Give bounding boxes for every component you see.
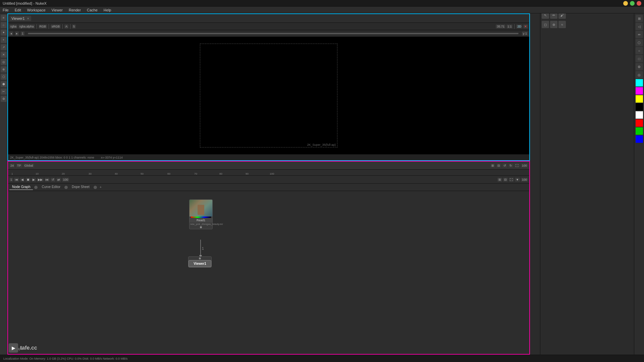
swatch-cyan[interactable] — [636, 79, 643, 86]
prop-clone-icon[interactable]: ⊚ — [550, 21, 557, 28]
title-bar: Untitled [modified] - NukeX — [0, 0, 644, 7]
tl-icon4[interactable]: ↻ — [508, 164, 513, 168]
read1-node[interactable]: Read1 new_york_zhongwu_beauty.exr — [189, 199, 213, 229]
tick-90: 90 — [246, 172, 249, 175]
tl-icon1[interactable]: ⊞ — [490, 164, 495, 168]
frame-end-input[interactable]: 100 — [62, 178, 69, 182]
shuffle-icon[interactable]: ⇄ — [56, 178, 61, 182]
prop-eraser-icon[interactable]: ◻ — [542, 21, 549, 28]
alpha-button[interactable]: A — [64, 24, 68, 28]
swatch-red[interactable] — [636, 119, 643, 127]
color-icon1[interactable]: ⊞ — [636, 15, 643, 22]
display-selector[interactable]: sRGB — [51, 24, 61, 28]
nav-fwd[interactable]: ▸ — [15, 32, 19, 36]
tool-add[interactable]: + — [1, 37, 7, 43]
swatch-blue[interactable] — [636, 135, 643, 143]
color-icon4[interactable]: ⬡ — [636, 39, 643, 46]
tool-plus-circle[interactable]: ⊕ — [1, 66, 7, 72]
dope-sheet-dot[interactable] — [94, 186, 97, 189]
app-title: Untitled [modified] - NukeX — [3, 1, 47, 5]
viewer-nav-bar: ◂ ▸ 1 y 1 — [8, 30, 529, 37]
curve-editor-dot[interactable] — [64, 186, 68, 189]
tick-80: 80 — [219, 172, 222, 175]
tab-dope-sheet[interactable]: Dope Sheet — [69, 184, 92, 190]
connection-label: 1 — [202, 247, 204, 250]
frame-input[interactable]: 5 — [72, 24, 76, 28]
tl-icon2[interactable]: ⊟ — [496, 164, 501, 168]
tool-circle[interactable]: ◎ — [1, 59, 7, 65]
tool-menu[interactable]: ≡ — [1, 15, 7, 21]
read1-output[interactable] — [200, 226, 202, 228]
menu-edit[interactable]: Edit — [13, 7, 22, 13]
minimize-button[interactable] — [623, 1, 628, 6]
viewer1-node[interactable]: Viewer1 — [188, 256, 212, 267]
tab-curve-editor[interactable]: Curve Editor — [39, 184, 63, 190]
loop-icon[interactable]: ↺ — [51, 178, 55, 182]
close-button[interactable] — [637, 1, 641, 6]
viewer-canvas[interactable]: 2K_Super_35(full-ap) — [8, 37, 529, 154]
tool-hex1[interactable]: ⬡ — [1, 74, 7, 80]
tl-right-ctrl3[interactable]: ⛶ — [509, 178, 514, 182]
frame-scrubber[interactable] — [28, 33, 519, 34]
viewer1-input[interactable] — [199, 257, 201, 259]
menu-file[interactable]: File — [1, 7, 10, 13]
colorspace-selector[interactable]: RGB — [39, 24, 47, 28]
tool-close[interactable]: ✕ — [1, 52, 7, 58]
play-fwd-icon[interactable]: ▶ — [32, 178, 36, 182]
tl-icon5[interactable]: ⛶ — [515, 164, 520, 168]
step-fwd-icon[interactable]: ⏭ — [45, 178, 50, 182]
swatch-white[interactable] — [636, 111, 643, 119]
color-icon5[interactable]: ○ — [636, 47, 643, 54]
color-icon2[interactable]: ◁ — [636, 23, 643, 30]
play-fwd2-icon[interactable]: ▶▶ — [37, 178, 44, 182]
tick-70: 70 — [194, 172, 197, 175]
swatch-magenta[interactable] — [636, 87, 643, 95]
maximize-button[interactable] — [630, 1, 635, 6]
close-viewer[interactable]: ✕ — [523, 24, 528, 28]
menu-render[interactable]: Render — [67, 7, 82, 13]
tool-select[interactable]: ○ — [1, 22, 7, 28]
tl-right-ctrl1[interactable]: ⊞ — [497, 178, 502, 182]
tl-right-ctrl2[interactable]: ⊟ — [503, 178, 508, 182]
tool-scissors[interactable]: ✂ — [1, 88, 7, 95]
step-back-icon[interactable]: ⏮ — [14, 178, 19, 182]
viewer-status-bar: 2K_Super_35(full-ap) 2048x1556 bbox: 0 0… — [8, 154, 529, 160]
prop-blur-icon[interactable]: ≈ — [558, 21, 566, 28]
tool-gear[interactable]: ⚙ — [1, 96, 7, 102]
channel-alpha-selector[interactable]: rgba.alpha — [18, 24, 35, 28]
node-graph-canvas[interactable]: Graph Read1 new_york_zhongwu_beauty.exr … — [8, 191, 529, 354]
nav-back[interactable]: ◂ — [9, 32, 13, 36]
playback-controls: 1 ⏮ ◀ ⏹ ▶ ▶▶ ⏭ ↺ ⇄ 100 ⊞ ⊟ ⛶ ▼ 100 — [8, 176, 529, 184]
tool-hex2[interactable]: ⬢ — [1, 81, 7, 87]
menu-workspace[interactable]: Workspace — [26, 7, 47, 13]
menu-cache[interactable]: Cache — [86, 7, 99, 13]
stop-icon[interactable]: ⏹ — [25, 178, 31, 182]
tl-icon3[interactable]: ↺ — [502, 164, 507, 168]
swatch-black[interactable] — [636, 103, 643, 111]
node-graph-dot[interactable] — [34, 186, 38, 189]
timeline-global[interactable]: Global — [23, 164, 34, 168]
timeline-fps[interactable]: 24 — [9, 164, 15, 168]
swatch-green[interactable] — [636, 127, 643, 135]
menu-viewer[interactable]: Viewer — [50, 7, 64, 13]
tl-right-ctrl4[interactable]: ▼ — [515, 178, 520, 182]
tab-add[interactable]: + — [100, 185, 102, 189]
frame-start-input[interactable]: 1 — [9, 178, 13, 182]
viewer-tab[interactable]: Viewer1 × — [9, 16, 31, 21]
viewer-status-right: x=-3374 y=1114 — [101, 156, 123, 159]
tab-node-graph[interactable]: Node Graph — [9, 184, 33, 190]
tool-arrow[interactable]: ↗ — [1, 44, 7, 50]
tool-star[interactable]: ✦ — [1, 29, 7, 36]
play-back-icon[interactable]: ◀ — [20, 178, 24, 182]
viewer-tab-close[interactable]: × — [27, 16, 29, 20]
color-icon6[interactable]: □ — [636, 55, 643, 62]
color-icon7[interactable]: ⚙ — [636, 63, 643, 70]
swatch-yellow[interactable] — [636, 95, 643, 103]
timeline-tp[interactable]: TP — [16, 164, 22, 168]
menu-help[interactable]: Help — [102, 7, 113, 13]
channel-selector[interactable]: rgba — [9, 24, 17, 28]
separator2 — [49, 24, 49, 29]
color-icon3[interactable]: ✏ — [636, 31, 643, 38]
color-icon8[interactable]: ◎ — [636, 71, 643, 78]
view-2d[interactable]: 2D — [516, 24, 522, 28]
